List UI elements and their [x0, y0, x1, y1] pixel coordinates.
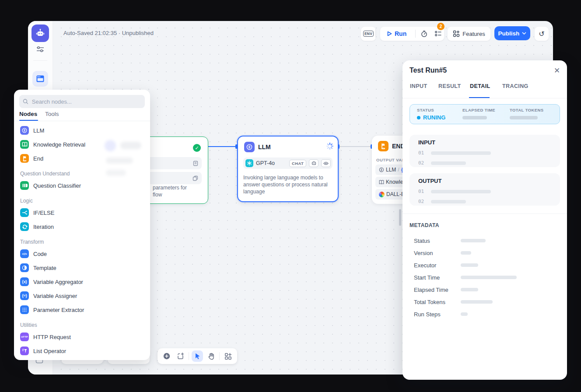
- app-logo[interactable]: [32, 24, 49, 42]
- run-panel-title: Test Run#5: [410, 66, 447, 74]
- tab-nodes[interactable]: Nodes: [19, 111, 37, 117]
- skeleton-bar: [461, 276, 517, 279]
- timer-button[interactable]: [418, 27, 430, 41]
- template-icon: [20, 263, 29, 272]
- llm-icon: [20, 126, 29, 135]
- checklist-badge: 2: [437, 23, 444, 30]
- node-item-list-operator[interactable]: List Operator: [14, 344, 150, 358]
- features-grid-icon: [453, 30, 460, 37]
- skeleton-bar: [431, 200, 466, 203]
- knowledge-retrieval-icon: [20, 140, 29, 149]
- node-item-http-request[interactable]: HTTP HTTP Request: [14, 330, 150, 344]
- question-classifier-icon: [20, 181, 29, 190]
- history-icon: ↺: [539, 30, 544, 38]
- add-note-button[interactable]: [175, 350, 186, 362]
- llm-node-title: LLM: [258, 144, 271, 150]
- env-button[interactable]: ENV: [360, 26, 376, 41]
- code-icon: </>: [20, 249, 29, 258]
- tab-input[interactable]: INPUT: [410, 83, 427, 89]
- copy-icon: [192, 175, 198, 181]
- publish-button[interactable]: Publish: [494, 26, 530, 40]
- node-item-parameter-extractor[interactable]: Parameter Extractor: [14, 303, 150, 317]
- skeleton-bar: [461, 239, 486, 242]
- flag-icon: [380, 143, 386, 149]
- run-button[interactable]: Run: [380, 30, 413, 37]
- document-icon: [193, 161, 198, 166]
- skeleton-bar: [461, 263, 478, 267]
- features-label: Features: [462, 31, 485, 37]
- list-operator-icon: [20, 346, 29, 355]
- cursor-icon: [194, 353, 201, 360]
- metadata-row: Total Tokens: [414, 296, 558, 308]
- node-item-end[interactable]: End: [14, 151, 150, 165]
- start-node-description: parameters for flow: [153, 184, 203, 198]
- output-card: OUTPUT 01 02: [410, 173, 560, 206]
- metadata-title: METADATA: [410, 222, 439, 228]
- output-card-title: OUTPUT: [418, 178, 551, 184]
- skeleton-bar: [462, 116, 487, 119]
- features-button[interactable]: Features: [447, 26, 491, 41]
- group-header: Logic: [20, 198, 33, 204]
- skeleton-bar: [510, 116, 538, 119]
- node-item-variable-aggregator[interactable]: {x} Variable Aggregator: [14, 275, 150, 289]
- publish-label: Publish: [498, 30, 520, 37]
- canvas-scrollbar[interactable]: [399, 209, 401, 226]
- tune-button[interactable]: [36, 46, 45, 53]
- node-item-question-classifier[interactable]: Question Classifier: [14, 178, 150, 192]
- dalle-icon: [379, 192, 385, 197]
- workflow-button[interactable]: [32, 71, 48, 87]
- search-input[interactable]: [31, 98, 141, 105]
- robot-icon: [35, 28, 46, 38]
- node-item-llm[interactable]: LLM: [14, 123, 150, 137]
- metadata-row: Elapsed Time: [414, 284, 558, 296]
- node-item-if-else[interactable]: IF/ELSE: [14, 206, 150, 220]
- llm-node[interactable]: LLM GPT-4o CHAT: [237, 136, 339, 202]
- end-node-icon: [378, 141, 388, 151]
- eye-icon: [323, 161, 329, 165]
- node-item-knowledge-retrieval[interactable]: Knowledge Retrieval: [14, 137, 150, 151]
- panel-divider: [402, 214, 567, 214]
- openai-icon: [245, 159, 253, 167]
- status-value: RUNING: [417, 114, 445, 121]
- stopwatch-icon: [420, 30, 428, 38]
- panel-divider: [14, 121, 150, 121]
- play-icon: [387, 31, 392, 36]
- tab-tools[interactable]: Tools: [45, 111, 59, 117]
- panel-divider: [402, 98, 567, 98]
- edge-start-to-llm: [207, 146, 237, 147]
- tab-detail[interactable]: DETAIL: [470, 83, 490, 89]
- toolbar-separator: [189, 352, 189, 360]
- http-request-icon: HTTP: [20, 332, 29, 341]
- node-item-code[interactable]: </> Code: [14, 247, 150, 261]
- model-selector[interactable]: GPT-4o CHAT: [243, 158, 332, 169]
- node-item-iteration[interactable]: Iteration: [14, 220, 150, 234]
- input-card: INPUT 01 02: [410, 135, 560, 167]
- node-item-template[interactable]: Template: [14, 261, 150, 275]
- tab-result[interactable]: RESULT: [438, 83, 461, 89]
- robot-badge-icon: [312, 161, 316, 165]
- add-node-button[interactable]: [161, 350, 172, 362]
- status-card: STATUS RUNING ELAPSED TIME TOTAL TOKENS: [410, 104, 560, 124]
- organize-nodes-button[interactable]: [222, 350, 234, 362]
- topbar-separator: [375, 29, 376, 38]
- pointer-mode-button[interactable]: [192, 350, 203, 362]
- autosave-status: Auto-Saved 21:02:35 · Unpublished: [63, 30, 154, 36]
- test-run-panel: Test Run#5 ✕ INPUT RESULT DETAIL TRACING…: [402, 60, 567, 380]
- tab-tracing[interactable]: TRACING: [502, 83, 528, 89]
- skeleton-bar: [461, 288, 478, 291]
- loading-spinner-icon: [326, 143, 333, 150]
- canvas-toolbar: [158, 348, 237, 364]
- close-button[interactable]: ✕: [551, 65, 563, 76]
- history-button[interactable]: ↺: [534, 26, 549, 41]
- note-plus-icon: [177, 353, 184, 360]
- hand-mode-button[interactable]: [206, 350, 217, 362]
- input-card-title: INPUT: [418, 139, 551, 146]
- row-number: 02: [418, 160, 424, 166]
- skeleton-bar: [431, 161, 466, 165]
- success-check-icon: ✓: [193, 144, 201, 152]
- layout-grid-icon: [224, 353, 232, 360]
- node-search-box[interactable]: [19, 95, 145, 108]
- variable-aggregator-icon: {x}: [20, 277, 29, 286]
- plus-circle-icon: [163, 352, 171, 360]
- node-item-variable-assigner[interactable]: {=} Variable Assigner: [14, 289, 150, 303]
